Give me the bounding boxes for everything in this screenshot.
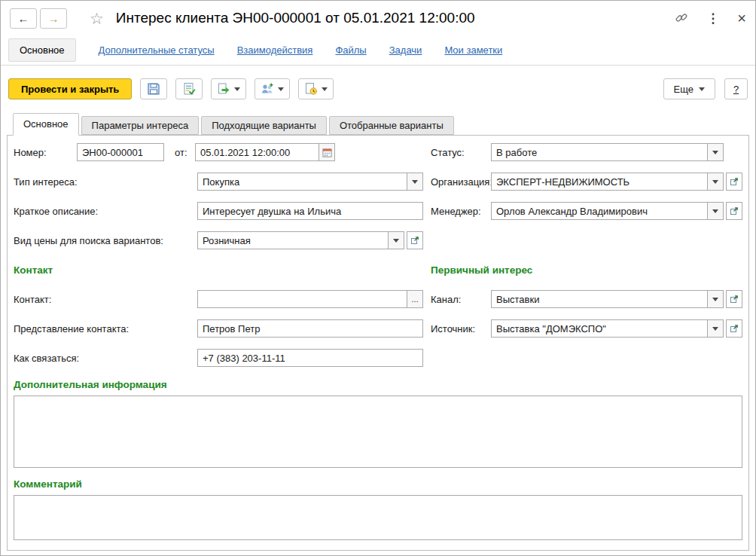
- contact-presentation-row: Представление контакта:: [14, 319, 423, 338]
- how-to-contact-input[interactable]: [198, 350, 422, 366]
- tab-selected-variants[interactable]: Отобранные варианты: [329, 116, 454, 135]
- organization-value: ЭКСПЕРТ-НЕДВИЖИМОСТЬ: [492, 176, 707, 188]
- help-button[interactable]: ?: [724, 78, 748, 99]
- nav-item-my-notes[interactable]: Мои заметки: [444, 44, 502, 56]
- close-icon[interactable]: ×: [737, 10, 746, 27]
- tab-main[interactable]: Основное: [13, 113, 79, 136]
- get-link-icon[interactable]: [675, 11, 688, 25]
- toolbar: Провести и закрыть: [1, 66, 755, 112]
- number-date-row: Номер: от:: [14, 143, 423, 161]
- dropdown-caret-icon: [712, 298, 718, 301]
- additional-info-textarea[interactable]: [14, 396, 742, 468]
- form-grid: Номер: от:: [14, 143, 742, 367]
- channel-open-button[interactable]: [726, 290, 742, 308]
- calendar-button[interactable]: [319, 144, 334, 160]
- open-form-icon: [410, 236, 419, 245]
- manager-open-button[interactable]: [726, 202, 742, 220]
- back-button[interactable]: ←: [10, 8, 37, 29]
- organization-label: Организация:: [431, 176, 491, 188]
- nav-item-main[interactable]: Основное: [8, 38, 76, 62]
- people-plus-icon: [261, 82, 274, 96]
- status-row: Статус: В работе: [431, 143, 742, 161]
- dropdown-caret-icon: [393, 239, 399, 243]
- source-open-button[interactable]: [726, 319, 742, 338]
- contact-label: Контакт:: [14, 294, 197, 305]
- status-combo[interactable]: В работе: [491, 143, 724, 161]
- post-and-close-button[interactable]: Провести и закрыть: [8, 78, 132, 99]
- tab-suitable-variants[interactable]: Подходящие варианты: [201, 116, 327, 135]
- contact-section-row: Контакт: [14, 261, 423, 279]
- contact-input[interactable]: [198, 291, 407, 307]
- contact-presentation-input[interactable]: [198, 320, 422, 337]
- dropdown-caret-icon: [322, 87, 328, 91]
- channel-dropdown-button[interactable]: [707, 291, 723, 307]
- nav-item-additional-statuses[interactable]: Дополнительные статусы: [99, 44, 215, 56]
- favorite-star-icon[interactable]: ☆: [90, 11, 104, 26]
- forward-button[interactable]: →: [40, 8, 67, 29]
- number-input[interactable]: [78, 144, 163, 160]
- tab-interest-parameters[interactable]: Параметры интереса: [81, 116, 200, 135]
- open-form-icon: [730, 177, 739, 186]
- open-form-icon: [730, 206, 739, 215]
- status-dropdown-button[interactable]: [707, 144, 723, 160]
- price-type-label: Вид цены для поиска вариантов:: [14, 235, 197, 246]
- forward-arrow-icon: →: [48, 12, 59, 25]
- manager-combo[interactable]: Орлов Александр Владимирович: [491, 202, 724, 220]
- history-arrows: ← →: [10, 8, 67, 29]
- nav-item-interactions[interactable]: Взаимодействия: [237, 44, 313, 56]
- source-dropdown-button[interactable]: [707, 320, 723, 337]
- nav-links-row: Основное Дополнительные статусы Взаимоде…: [1, 35, 755, 66]
- contact-field: ...: [197, 290, 423, 308]
- post-document-icon: [182, 82, 196, 96]
- primary-interest-section-title: Первичный интерес: [431, 264, 532, 276]
- channel-combo[interactable]: Выставки: [491, 290, 724, 308]
- more-button[interactable]: Еще: [663, 78, 715, 99]
- how-to-contact-field: [197, 349, 423, 367]
- source-combo[interactable]: Выставка "ДОМЭКСПО": [491, 319, 724, 338]
- interest-type-combo[interactable]: Покупка: [197, 173, 423, 191]
- organization-dropdown-button[interactable]: [707, 173, 723, 190]
- save-floppy-icon: [147, 82, 160, 96]
- calendar-icon: [322, 148, 332, 157]
- document-clock-icon: [304, 82, 318, 96]
- source-label: Источник:: [431, 323, 491, 335]
- price-type-row: Вид цены для поиска вариантов: Розничная: [14, 231, 423, 249]
- price-type-value: Розничная: [198, 235, 388, 246]
- price-type-combo[interactable]: Розничная: [197, 231, 404, 249]
- number-field: [77, 143, 164, 161]
- more-menu-icon[interactable]: ⋮: [706, 11, 719, 26]
- interest-type-dropdown-button[interactable]: [407, 173, 422, 190]
- channel-label: Канал:: [431, 294, 491, 305]
- primary-interest-section-row: Первичный интерес: [431, 261, 742, 279]
- save-button[interactable]: [140, 78, 167, 99]
- spacer-cell: [431, 231, 742, 249]
- short-description-input[interactable]: [198, 203, 422, 219]
- price-type-dropdown-button[interactable]: [388, 232, 404, 249]
- comment-textarea[interactable]: [14, 495, 742, 540]
- status-label: Статус:: [431, 147, 491, 158]
- date-label: от:: [175, 147, 195, 158]
- create-reminder-button[interactable]: [298, 78, 334, 99]
- organization-combo[interactable]: ЭКСПЕРТ-НЕДВИЖИМОСТЬ: [491, 173, 724, 191]
- price-type-open-button[interactable]: [407, 231, 423, 249]
- status-value: В работе: [492, 147, 707, 158]
- contact-select-button[interactable]: ...: [407, 291, 422, 307]
- organization-open-button[interactable]: [726, 173, 742, 191]
- short-description-label: Краткое описание:: [14, 206, 197, 217]
- window-header: ← → ☆ Интерес клиента ЭН00-000001 от 05.…: [1, 1, 755, 35]
- nav-item-tasks[interactable]: Задачи: [389, 44, 422, 56]
- spacer-cell: [431, 349, 742, 367]
- source-value: Выставка "ДОМЭКСПО": [492, 323, 707, 335]
- nav-item-files[interactable]: Файлы: [335, 44, 366, 56]
- post-document-button[interactable]: [175, 78, 203, 99]
- contact-section-title: Контакт: [14, 264, 53, 276]
- manager-dropdown-button[interactable]: [707, 203, 723, 219]
- dropdown-caret-icon: [712, 209, 718, 213]
- comment-section-title: Комментарий: [14, 478, 742, 490]
- interest-type-value: Покупка: [198, 176, 407, 188]
- add-interaction-button[interactable]: [255, 78, 290, 99]
- date-input[interactable]: [196, 144, 319, 160]
- dropdown-caret-icon: [278, 87, 284, 91]
- dropdown-caret-icon: [712, 151, 718, 154]
- create-based-on-button[interactable]: [211, 78, 246, 99]
